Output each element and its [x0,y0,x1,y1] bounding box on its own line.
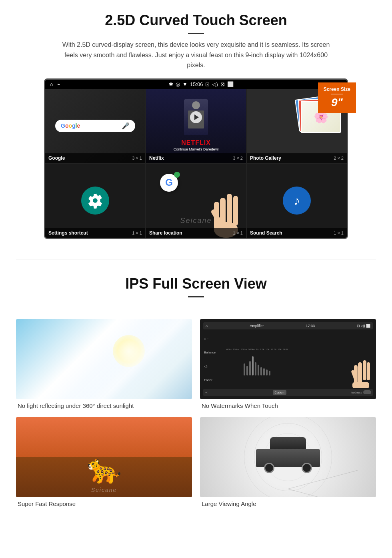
volume-icon: ◁) [212,81,218,87]
sunlight-image [16,319,192,399]
device-screen: ⌂ ⌁ ✱ ◎ ▼ 15:06 ⊡ ◁) ⊠ ⬜ [44,78,348,239]
gallery-app-size: 2 × 2 [334,156,344,161]
sunlight-label: No light reflecting under 360° direct su… [16,402,192,409]
car-image-box [200,417,376,497]
netflix-app-size: 3 × 2 [233,156,243,161]
badge-value: 9" [324,96,350,109]
car-wheel-left [264,463,274,473]
title-divider [188,33,204,34]
sunlight-image-box [16,319,192,399]
amp-equalizer-label: ≡ ··· [204,337,222,341]
car-image [200,417,376,497]
car-card: Large Viewing Angle [200,417,376,507]
amp-balance-label: Balance [204,351,222,354]
seicane-watermark: Seicane [91,487,117,493]
gallery-label-row: Photo Gallery 2 × 2 [247,153,347,163]
share-app-size: 1 × 1 [233,231,243,235]
curved-section: 2.5D Curved Touch Screen With 2.5D curve… [0,0,392,247]
eq-sliders: 60hz100hz200hz500hz1k2.5k10k12.5k15kSUB [226,343,371,375]
netflix-badge: NETFLIX Continue Marvel's Daredevil [174,138,218,152]
section-divider [16,259,376,259]
window-icon: ⬜ [227,81,234,87]
toggle-pill[interactable] [363,390,371,394]
status-time: 15:06 [190,81,203,87]
sound-app-cell[interactable]: ♪ Sound Search 1 × 1 [247,164,347,238]
google-mic-icon[interactable]: 🎤 [122,122,130,130]
home-icon[interactable]: ⌂ [50,81,53,87]
netflix-subtitle: Continue Marvel's Daredevil [174,147,218,151]
sound-app-size: 1 × 1 [334,231,344,235]
google-search-bar[interactable]: Google 🎤 [55,120,135,132]
settings-app-cell[interactable]: Settings shortcut 1 × 1 [45,164,145,238]
sound-label-row: Sound Search 1 × 1 [247,228,347,238]
eq-bar-5 [255,362,256,375]
screen-watermark: Seicane [180,217,212,225]
car-wheel-right [302,463,312,473]
google-app-name: Google [48,155,65,161]
badge-divider [331,94,343,94]
netflix-preview: NETFLIX Continue Marvel's Daredevil [146,89,246,163]
netflix-label-row: Netflix 3 × 2 [146,153,246,163]
eq-bar-6 [258,365,259,375]
amp-loudness-label: loudness [351,391,362,394]
settings-label-row: Settings shortcut 1 × 1 [45,228,145,238]
settings-app-content [45,164,145,238]
settings-icon-bg [81,187,109,215]
share-app-name: Share location [149,230,182,236]
amplifier-card: ⌂ Amplifier 17:33 ⊡ ◁) ⬜ ≡ ··· Balance ◁… [200,319,376,409]
close-box-icon: ⊠ [220,81,225,87]
share-label-row: Share location 1 × 1 [146,228,246,238]
netflix-brand: NETFLIX [174,139,218,147]
netflix-play-button[interactable] [190,111,202,123]
freq-labels: 60hz100hz200hz500hz1k2.5k10k12.5k15kSUB [226,348,288,351]
eq-bar-1 [244,363,245,375]
screen-size-badge: Screen Size 9" [318,82,356,113]
curved-title: 2.5D Curved Touch Screen [24,12,368,29]
google-app-cell[interactable]: Google 🎤 Google 3 × 1 [45,89,145,163]
sound-app-content: ♪ [247,164,347,238]
gallery-app-name: Photo Gallery [250,155,281,161]
cheetah-image: 🐆 Seicane [16,417,192,497]
eq-bar-9 [266,369,268,375]
amp-hand-overlay [351,360,371,390]
feature-grid: No light reflecting under 360° direct su… [0,311,392,515]
sky-bg [16,417,192,457]
car-silhouette [256,441,320,473]
share-app-cell[interactable]: G [146,164,246,238]
cheetah-image-box: 🐆 Seicane [16,417,192,497]
google-g-logo: G [160,174,178,192]
amp-bottom-bar: << Custom loudness [203,389,373,396]
netflix-app-cell[interactable]: NETFLIX Continue Marvel's Daredevil Netf… [146,89,246,163]
badge-label: Screen Size [324,86,350,92]
share-app-content: G [146,164,246,238]
settings-app-name: Settings shortcut [48,230,88,236]
amp-icons: ⊡ ◁) ⬜ [357,324,370,328]
sound-app-name: Sound Search [250,230,282,236]
amp-custom-btn[interactable]: Custom [273,390,286,395]
svg-rect-7 [363,360,366,380]
eq-freq-labels: 60hz100hz200hz500hz1k2.5k10k12.5k15kSUB [226,348,288,375]
amp-fader-label: Fader [204,378,222,382]
google-logo: Google [61,122,80,129]
netflix-app-name: Netflix [149,155,164,161]
status-center: ✱ ◎ ▼ 15:06 ⊡ ◁) ⊠ ⬜ [169,81,234,87]
amp-body: ≡ ··· Balance ◁) Fader 60hz100hz200hz500… [203,331,373,388]
amp-toggle: loudness [351,390,371,394]
app-grid: Google 🎤 Google 3 × 1 [45,89,347,238]
location-icon: ◎ [176,81,180,87]
eq-bar-8 [263,368,265,375]
wifi-icon: ▼ [182,81,188,87]
play-triangle [194,114,199,120]
amplifier-image-box: ⌂ Amplifier 17:33 ⊡ ◁) ⬜ ≡ ··· Balance ◁… [200,319,376,399]
amp-prev-icon: << [205,391,208,394]
svg-rect-11 [352,382,369,388]
eq-bar-3 [249,361,251,375]
cheetah-card: 🐆 Seicane Super Fast Response [16,417,192,507]
amp-eq-area: 60hz100hz200hz500hz1k2.5k10k12.5k15kSUB [225,331,373,388]
music-icon-bg: ♪ [283,187,311,215]
ips-title: IPS Full Screen View [24,275,368,292]
eq-bar-2 [246,366,248,375]
eq-bar-4 [252,356,254,375]
status-bar: ⌂ ⌁ ✱ ◎ ▼ 15:06 ⊡ ◁) ⊠ ⬜ [45,80,347,89]
svg-rect-6 [358,362,362,384]
